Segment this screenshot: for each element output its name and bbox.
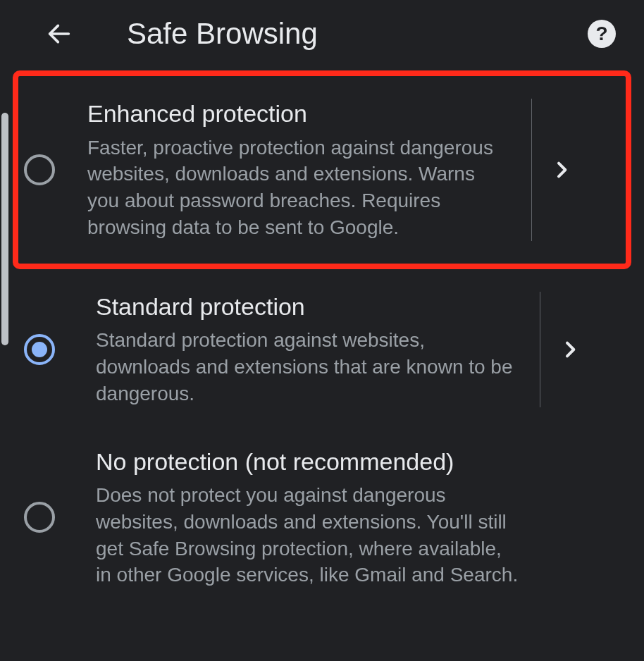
option-text: No protection (not recommended) Does not… — [96, 447, 526, 589]
option-enhanced-protection[interactable]: Enhanced protection Faster, proactive pr… — [13, 70, 631, 269]
option-title: Standard protection — [96, 292, 520, 322]
option-no-protection[interactable]: No protection (not recommended) Does not… — [0, 427, 644, 609]
radio-no-protection[interactable] — [24, 502, 55, 533]
chevron-right-icon — [559, 338, 581, 361]
divider — [540, 292, 540, 407]
option-title: No protection (not recommended) — [96, 447, 520, 477]
option-standard-protection[interactable]: Standard protection Standard protection … — [0, 272, 644, 427]
chevron-right-icon — [550, 159, 573, 181]
divider — [531, 99, 532, 241]
question-mark-icon: ? — [595, 23, 607, 45]
header: Safe Browsing ? — [0, 0, 644, 68]
arrow-left-icon — [45, 20, 73, 48]
expand-enhanced-button[interactable] — [542, 159, 581, 181]
option-text: Standard protection Standard protection … — [96, 292, 526, 407]
option-description: Standard protection against websites, do… — [96, 327, 520, 407]
help-button[interactable]: ? — [588, 20, 616, 48]
option-description: Does not protect you against dangerous w… — [96, 482, 520, 588]
back-button[interactable] — [42, 17, 76, 51]
page-title: Safe Browsing — [127, 17, 588, 51]
option-text: Enhanced protection Faster, proactive pr… — [87, 99, 517, 241]
option-description: Faster, proactive protection against dan… — [87, 135, 512, 241]
option-title: Enhanced protection — [87, 99, 512, 129]
options-list: Enhanced protection Faster, proactive pr… — [0, 70, 644, 608]
radio-enhanced[interactable] — [24, 154, 55, 185]
expand-standard-button[interactable] — [550, 338, 590, 361]
radio-standard[interactable] — [24, 334, 55, 365]
